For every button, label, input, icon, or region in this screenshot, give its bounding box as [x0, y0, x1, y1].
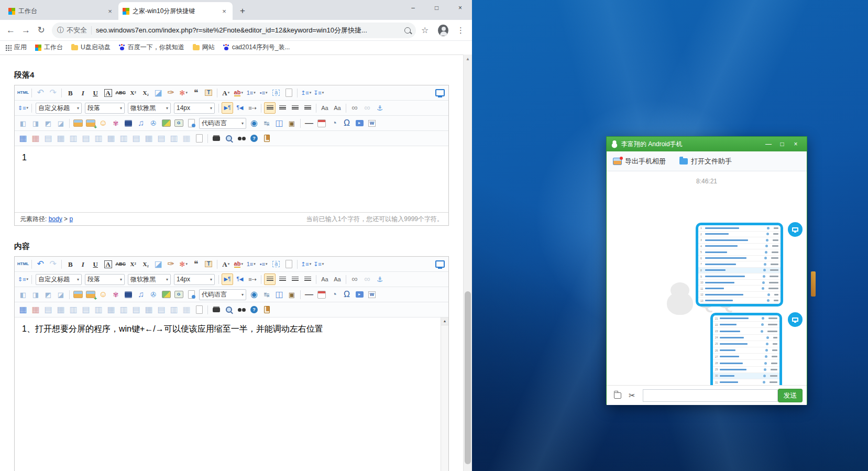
- screenshot-scissors-icon[interactable]: ✂: [629, 391, 635, 400]
- bold-icon[interactable]: B: [64, 258, 76, 270]
- insert-col-icon[interactable]: ▥: [68, 304, 79, 315]
- align-left-icon[interactable]: [264, 273, 276, 285]
- highlight-color-icon[interactable]: ab▾: [233, 87, 244, 98]
- font-color-icon[interactable]: A▾: [220, 258, 232, 270]
- editor-content[interactable]: 1、打开想要分屏的程序，win键+←/→可以使该应用缩至一半，并能调动左右位置▲: [15, 317, 448, 471]
- align-left-icon[interactable]: [264, 102, 276, 114]
- strikethrough-icon[interactable]: ABC: [115, 87, 126, 98]
- auto-link-icon[interactable]: a: [270, 87, 282, 98]
- auto-link-icon[interactable]: a: [270, 258, 282, 270]
- editor-content[interactable]: 1: [15, 146, 448, 212]
- paste-board-icon[interactable]: [261, 133, 272, 144]
- delete-col-icon[interactable]: ▥: [93, 133, 104, 144]
- tab-win10-split[interactable]: 之家-win10分屏快捷键 ×: [118, 2, 233, 20]
- insert-row-icon[interactable]: ▦: [55, 133, 67, 144]
- insert-iframe-icon[interactable]: [185, 289, 197, 300]
- image-float-right-icon[interactable]: ◪: [55, 117, 67, 129]
- split-cell-icon[interactable]: ▦: [143, 133, 155, 144]
- special-char-icon[interactable]: Ω: [341, 289, 353, 300]
- horizontal-rule-icon[interactable]: —: [303, 117, 315, 129]
- to-lowercase-icon[interactable]: Aa: [332, 273, 343, 285]
- delete-col-icon[interactable]: ▥: [93, 304, 104, 315]
- bookmark-item[interactable]: 百度一下，你就知道: [119, 43, 184, 52]
- scrawl-icon[interactable]: ✾: [110, 117, 122, 129]
- path-link[interactable]: body: [49, 215, 62, 223]
- new-page-icon[interactable]: [283, 87, 294, 98]
- insert-music-icon[interactable]: ♫: [135, 117, 147, 129]
- maximize-button[interactable]: □: [425, 0, 448, 16]
- anchor-icon[interactable]: ⚓: [374, 273, 386, 285]
- insert-map-icon[interactable]: [160, 289, 172, 300]
- eraser-icon[interactable]: ◪: [152, 87, 164, 98]
- forward-button[interactable]: →: [19, 23, 32, 38]
- autotypeset-icon[interactable]: ✻▾: [178, 258, 189, 270]
- insert-time-icon[interactable]: ◔: [328, 117, 340, 129]
- scrollbar-thumb[interactable]: [465, 291, 471, 464]
- format-brush-icon[interactable]: ✑: [165, 258, 177, 270]
- page-info-icon[interactable]: ⓘ: [57, 26, 64, 35]
- ordered-list-icon[interactable]: 1≡▾: [245, 87, 257, 98]
- snapscreen-icon[interactable]: ▣: [286, 117, 298, 129]
- italic-icon[interactable]: I: [77, 258, 89, 270]
- font-color-icon[interactable]: A▾: [220, 87, 232, 98]
- font-family-select[interactable]: 微软雅黑▾: [128, 274, 171, 285]
- insert-table-icon[interactable]: ▦: [17, 133, 29, 144]
- preview-icon[interactable]: [223, 304, 235, 315]
- html-source-icon[interactable]: HTML: [17, 87, 29, 98]
- unlink-icon[interactable]: ∞: [361, 102, 373, 114]
- underline-icon[interactable]: U: [90, 87, 101, 98]
- indent-first-line-icon[interactable]: ▶¶: [222, 102, 233, 114]
- send-button[interactable]: 发送: [778, 389, 803, 402]
- insert-media-icon[interactable]: ▸: [354, 289, 365, 300]
- sent-to-computer-badge-icon[interactable]: [788, 312, 803, 327]
- pagebreak-icon[interactable]: ↹: [261, 117, 272, 129]
- custom-style-select[interactable]: 自定义标题▾: [36, 274, 82, 285]
- google-map-icon[interactable]: G: [173, 117, 184, 129]
- image-float-left-icon[interactable]: ◧: [17, 289, 29, 300]
- insert-date-icon[interactable]: [316, 117, 327, 129]
- full-split-icon[interactable]: ▦: [181, 133, 192, 144]
- attachment-icon[interactable]: ✇: [148, 117, 159, 129]
- merge-down-icon[interactable]: ▤: [130, 133, 142, 144]
- subscript-icon[interactable]: X₂: [140, 87, 151, 98]
- help-icon[interactable]: ?: [248, 304, 260, 315]
- insert-code-icon[interactable]: ◉: [248, 117, 260, 129]
- line-height-icon[interactable]: ⇕≡▾: [17, 273, 29, 285]
- ordered-list-icon[interactable]: 1≡▾: [245, 258, 257, 270]
- path-link[interactable]: p: [69, 215, 73, 223]
- underline-icon[interactable]: U: [90, 258, 101, 270]
- split-col-icon[interactable]: ▥: [168, 304, 180, 315]
- minimize-button[interactable]: –: [401, 0, 425, 16]
- profile-avatar[interactable]: [438, 25, 448, 36]
- to-uppercase-icon[interactable]: Aa: [319, 102, 331, 114]
- bookmark-item[interactable]: U盘启动盘: [71, 43, 111, 52]
- address-bar[interactable]: ⓘ 不安全 seo.windows7en.com/index.php?r=sit…: [52, 23, 416, 38]
- insert-video-icon[interactable]: [123, 289, 134, 300]
- redo-icon[interactable]: ↷: [47, 87, 59, 98]
- delete-row-icon[interactable]: ▤: [80, 133, 92, 144]
- scrawl-icon[interactable]: ✾: [110, 289, 122, 300]
- split-col-icon[interactable]: ▥: [168, 133, 180, 144]
- phone-screenshot-1[interactable]: 12345678910111213: [696, 223, 783, 306]
- format-brush-icon[interactable]: ✑: [165, 87, 177, 98]
- insert-image-icon[interactable]: [72, 289, 84, 300]
- code-language-select[interactable]: 代码语言▾: [199, 118, 246, 129]
- space-after-paragraph-icon[interactable]: ↧≡▾: [313, 87, 324, 98]
- message-input[interactable]: [643, 389, 778, 402]
- highlight-color-icon[interactable]: ab▾: [233, 258, 244, 270]
- table-sort-icon[interactable]: [193, 304, 205, 315]
- new-page-icon[interactable]: [283, 258, 294, 270]
- merge-right-icon[interactable]: ▥: [118, 304, 129, 315]
- qq-maximize-button[interactable]: □: [775, 137, 789, 151]
- link-icon[interactable]: ∞: [349, 273, 360, 285]
- phone-screenshot-2[interactable]: 212223242526272829303132333435: [710, 313, 782, 385]
- bold-icon[interactable]: B: [64, 87, 76, 98]
- undo-icon[interactable]: ↶: [35, 87, 46, 98]
- full-split-icon[interactable]: ▦: [181, 304, 192, 315]
- bookmark-item[interactable]: cad2014序列号_装...: [223, 43, 290, 52]
- qq-close-button[interactable]: ×: [789, 137, 803, 151]
- print-icon[interactable]: [211, 133, 222, 144]
- insert-code-icon[interactable]: ◉: [248, 289, 260, 300]
- bookmark-item[interactable]: 应用: [5, 43, 27, 52]
- emoji-icon[interactable]: ☺: [97, 289, 109, 300]
